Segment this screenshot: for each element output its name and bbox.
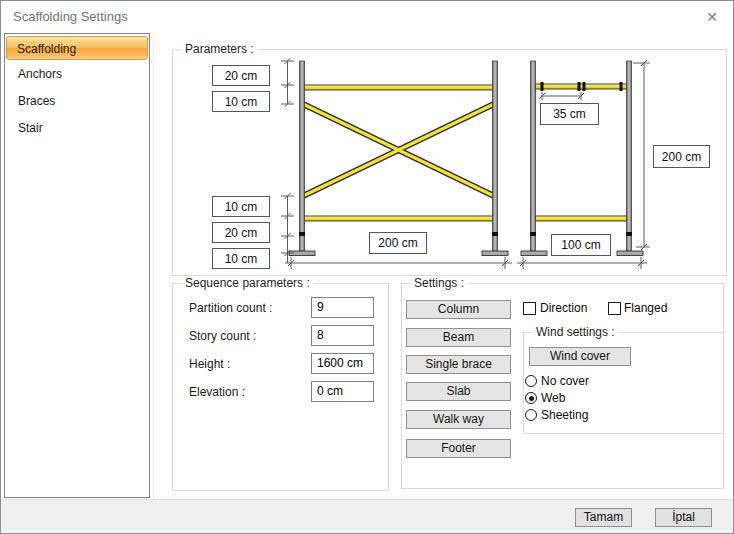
single-brace-button[interactable]: Single brace	[406, 355, 511, 374]
partition-count-field[interactable]: 9	[311, 297, 374, 318]
side-spacing-dimension-line	[539, 92, 584, 100]
sheeting-radio-label[interactable]: Sheeting	[541, 409, 588, 422]
direction-checkbox[interactable]	[523, 302, 536, 315]
settings-group-label: Settings :	[410, 276, 468, 291]
direction-checkbox-label[interactable]: Direction	[540, 302, 587, 315]
dim-base-offset: 10 cm	[212, 248, 270, 269]
dim-frame-height: 200 cm	[653, 145, 710, 168]
dim-top-offset: 10 cm	[212, 91, 270, 112]
height-label: Height :	[189, 354, 309, 375]
front-width-dimension-line	[285, 257, 512, 269]
wind-cover-button[interactable]: Wind cover	[529, 347, 631, 366]
height-field[interactable]: 1600 cm	[311, 353, 374, 374]
sheeting-radio[interactable]	[525, 409, 537, 421]
close-icon[interactable]: ✕	[701, 6, 723, 28]
dialog-footer: Tamam İptal	[1, 499, 733, 534]
category-list: Scaffolding Anchors Braces Stair	[4, 33, 150, 498]
story-count-label: Story count :	[189, 326, 309, 347]
front-cross-braces	[303, 104, 494, 196]
side-width-dimension-line	[517, 257, 647, 269]
web-radio[interactable]	[525, 392, 537, 404]
wind-settings-group-label: Wind settings :	[532, 325, 619, 340]
no-cover-radio[interactable]	[525, 375, 537, 387]
side-height-dimension-line	[633, 60, 650, 250]
walk-way-button[interactable]: Walk way	[406, 410, 511, 429]
dim-side-width: 100 cm	[551, 234, 611, 256]
dim-top-guardrail: 20 cm	[212, 65, 270, 86]
footer-button[interactable]: Footer	[406, 439, 511, 458]
sidebar-item-stair[interactable]: Stair	[5, 115, 149, 142]
side-posts	[521, 61, 643, 256]
beam-button[interactable]: Beam	[406, 328, 511, 347]
scaffolding-settings-dialog: Scaffolding Settings ✕ Scaffolding Ancho…	[0, 0, 734, 534]
dim-ledger-spacing: 35 cm	[540, 103, 599, 125]
sequence-group-label: Sequence parameters :	[181, 276, 314, 291]
no-cover-radio-label[interactable]: No cover	[541, 375, 589, 388]
dim-front-width: 200 cm	[369, 232, 427, 254]
sidebar-item-braces[interactable]: Braces	[5, 88, 149, 115]
panel-divider	[153, 33, 154, 498]
flanged-checkbox[interactable]	[608, 302, 621, 315]
ok-button[interactable]: Tamam	[575, 508, 632, 527]
flanged-checkbox-label[interactable]: Flanged	[624, 302, 667, 315]
story-count-field[interactable]: 8	[311, 325, 374, 346]
web-radio-label[interactable]: Web	[541, 392, 565, 405]
cancel-button[interactable]: İptal	[655, 508, 712, 527]
sidebar-item-scaffolding[interactable]: Scaffolding	[6, 36, 148, 60]
slab-button[interactable]: Slab	[406, 382, 511, 401]
column-button[interactable]: Column	[406, 300, 511, 319]
dim-bottom-guardrail: 20 cm	[212, 222, 270, 243]
window-title: Scaffolding Settings	[13, 9, 128, 24]
dim-bottom-offset: 10 cm	[212, 196, 270, 217]
sidebar-item-anchors[interactable]: Anchors	[5, 61, 149, 88]
elevation-field[interactable]: 0 cm	[311, 381, 374, 402]
partition-count-label: Partition count :	[189, 298, 309, 319]
title-bar: Scaffolding Settings ✕	[1, 1, 733, 32]
front-left-dimension-lines	[281, 58, 294, 263]
elevation-label: Elevation :	[189, 382, 309, 403]
